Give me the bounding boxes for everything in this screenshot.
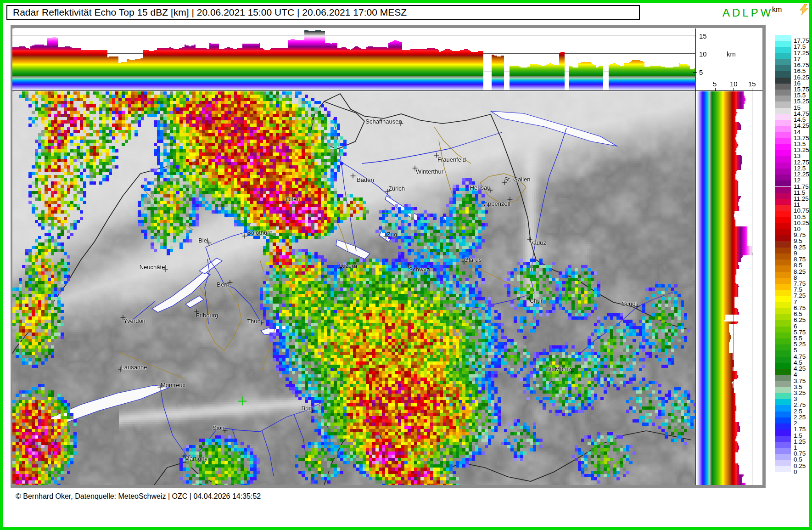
corner-axis-unit: km	[727, 50, 736, 58]
legend-swatch	[775, 193, 791, 199]
city-label-martigny: Martigny	[185, 455, 207, 462]
right-echo-profile-canvas	[697, 91, 762, 485]
legend-swatch	[775, 350, 791, 356]
city-label-thun: Thun	[247, 318, 261, 325]
legend-swatch	[775, 235, 791, 241]
city-label-olten: Olten	[286, 196, 300, 203]
legend-swatch	[775, 429, 791, 435]
legend-colorbar: 17.7517.517.251716.7516.516.251615.7515.…	[775, 35, 812, 475]
legend-swatch	[775, 460, 791, 466]
legend-swatch	[775, 175, 791, 180]
legend-swatch	[775, 272, 791, 278]
legend-swatch	[775, 387, 791, 393]
legend-swatch	[775, 78, 791, 84]
city-label-chur: Chur	[530, 297, 543, 304]
city-label-frauenfeld: Frauenfeld	[437, 156, 466, 163]
y-axis-tick-10	[693, 54, 697, 54]
legend-swatch	[775, 187, 791, 193]
y-axis-label-10: 10	[699, 50, 707, 58]
legend-swatch	[775, 101, 791, 107]
legend-swatch	[775, 442, 791, 448]
legend-swatch	[775, 126, 791, 132]
legend-swatch	[775, 338, 791, 344]
city-label-vaduz: Vaduz	[530, 239, 546, 246]
legend-swatch	[775, 108, 791, 114]
legend-swatch	[775, 375, 791, 381]
legend-swatch	[775, 163, 791, 169]
city-marker-solothurn	[242, 234, 247, 239]
legend-swatch	[775, 284, 791, 290]
legend-swatch	[775, 314, 791, 320]
legend-swatch	[775, 71, 791, 77]
brand-label: ADLPW	[722, 6, 773, 19]
city-label-appenzell: Appenzell	[484, 200, 510, 207]
city-label-yverdon: Yverdon	[123, 317, 146, 324]
legend-swatch	[775, 381, 791, 387]
legend-swatch	[775, 138, 791, 144]
legend-swatch	[775, 47, 791, 53]
y-axis-tick-5	[693, 72, 697, 73]
city-label-bern: Bern	[217, 281, 229, 288]
x-axis-label-10: 10	[730, 80, 738, 88]
title-bar: Radar Reflektivität Echo Top 15 dBZ [km]…	[6, 5, 640, 20]
radar-site-cross-icon	[381, 209, 390, 218]
city-label-stmoritz: St. Moritz	[546, 366, 571, 372]
legend-swatch	[775, 229, 791, 235]
legend-swatch	[775, 180, 791, 186]
legend-swatch	[775, 132, 791, 138]
city-label-brig: Brig	[301, 405, 312, 412]
city-label-scuol: Scuol	[622, 300, 637, 307]
legend-swatch	[775, 114, 791, 120]
legend-unit-label: km	[772, 6, 782, 14]
footer-credit: © Bernhard Oker, Datenquelle: MeteoSchwe…	[16, 492, 261, 501]
city-label-winterthur: Winterthur	[416, 168, 443, 175]
y-axis-label-5: 5	[699, 68, 703, 76]
legend-swatch	[775, 363, 791, 369]
legend-swatch	[775, 436, 791, 442]
city-label-fribourg: Fribourg	[196, 312, 218, 319]
legend-swatch	[775, 241, 791, 247]
top-echo-profile-canvas	[12, 28, 695, 90]
city-label-sion: Sion	[213, 424, 224, 431]
city-label-schaffhausen: Schaffhausen	[365, 118, 402, 125]
legend-swatch	[775, 41, 791, 47]
legend-swatch	[775, 344, 791, 350]
legend-value-label: 0	[794, 468, 797, 475]
radar-product-window: Radar Reflektivität Echo Top 15 dBZ [km]…	[0, 0, 812, 530]
legend-swatch	[775, 259, 791, 265]
city-label-stgallen: St. Gallen	[504, 176, 530, 183]
x-axis-tick-10	[734, 88, 734, 91]
legend-swatch	[775, 405, 791, 411]
panel-divider-vertical	[695, 28, 696, 485]
city-label-zrich: Zürich	[388, 185, 405, 192]
city-label-glarus: Glarus	[464, 256, 482, 263]
legend-swatch	[775, 423, 791, 429]
city-label-zug: Zug	[387, 231, 397, 238]
y-axis-tick-15	[693, 36, 697, 36]
city-label-herisau: Herisau	[470, 184, 491, 191]
legend-swatch	[775, 211, 791, 217]
x-axis-label-15: 15	[748, 80, 756, 88]
radar-site-cross-icon	[562, 296, 571, 304]
radar-map-canvas	[12, 91, 695, 485]
legend-swatch	[775, 205, 791, 211]
legend-swatch	[775, 144, 791, 150]
legend-swatch	[775, 466, 791, 472]
legend-swatch	[775, 265, 791, 271]
x-axis-tick-5	[715, 88, 716, 91]
legend-swatch	[775, 320, 791, 326]
city-label-luzern: Luzern	[339, 262, 357, 269]
x-axis-label-5: 5	[713, 80, 717, 88]
city-marker-baden	[351, 174, 356, 179]
city-label-lausanne: Lausanne	[121, 364, 147, 371]
legend-swatch	[775, 59, 791, 65]
page-title: Radar Reflektivität Echo Top 15 dBZ [km]…	[13, 7, 407, 17]
legend-swatch	[775, 327, 791, 333]
legend-swatch	[775, 357, 791, 363]
city-label-montreux: Montreux	[161, 382, 185, 389]
legend-swatch	[775, 96, 791, 101]
legend-swatch	[775, 217, 791, 223]
legend-swatch	[775, 254, 791, 259]
y-axis-label-15: 15	[699, 32, 707, 40]
legend-swatch	[775, 223, 791, 229]
